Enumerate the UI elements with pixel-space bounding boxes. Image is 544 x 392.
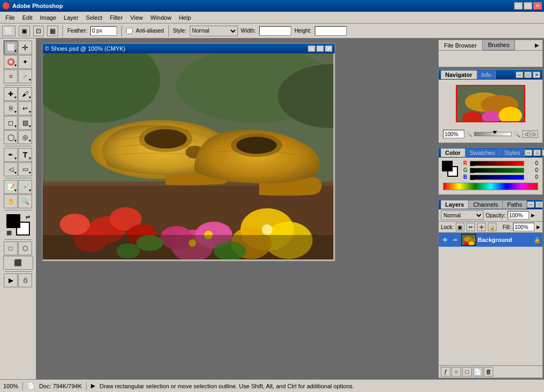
tool-options-btn2[interactable]: ▣ bbox=[19, 26, 30, 36]
style-select[interactable]: Normal Fixed Ratio Fixed Size bbox=[190, 26, 238, 36]
styles-tab[interactable]: Styles bbox=[500, 148, 525, 157]
notes-tool[interactable]: 📝 ▾ bbox=[4, 180, 18, 194]
swap-colors-icon[interactable]: ⇄ bbox=[26, 214, 30, 220]
width-input[interactable] bbox=[259, 26, 291, 36]
default-colors-icon[interactable]: ⬛ bbox=[6, 231, 12, 236]
lock-all-btn[interactable]: 🔒 bbox=[488, 223, 496, 231]
g-slider[interactable] bbox=[470, 168, 524, 173]
color-maximize-btn[interactable]: □ bbox=[533, 150, 541, 156]
hand-tool[interactable]: ✋ bbox=[4, 194, 18, 208]
panel-menu-icon[interactable]: ▶ bbox=[532, 41, 542, 50]
nav-scroll-left[interactable]: ◁ bbox=[522, 130, 530, 138]
paths-tab[interactable]: Paths bbox=[503, 200, 527, 209]
color-tab[interactable]: Color bbox=[441, 148, 465, 157]
menu-layer[interactable]: Layer bbox=[60, 13, 82, 22]
opacity-arrow[interactable]: ▶ bbox=[531, 213, 535, 218]
lasso-tool[interactable]: ⭕ ▾ bbox=[4, 55, 18, 69]
nav-minimize-btn[interactable]: ─ bbox=[516, 72, 523, 78]
menu-help[interactable]: Help bbox=[176, 13, 195, 22]
color-spectrum[interactable] bbox=[443, 183, 538, 190]
opacity-input[interactable] bbox=[508, 211, 529, 219]
screen-mode-btn1[interactable]: ⬛ bbox=[3, 256, 33, 270]
doc-close-button[interactable]: ✕ bbox=[325, 45, 332, 52]
slice-tool[interactable]: ⟋ ▾ bbox=[18, 69, 32, 83]
lock-position-btn[interactable]: ✛ bbox=[477, 223, 486, 231]
lock-image-btn[interactable]: ✏ bbox=[467, 223, 475, 231]
new-group-btn[interactable]: □ bbox=[462, 367, 472, 377]
eyedropper-tool[interactable]: 💉 ▾ bbox=[18, 180, 32, 194]
doc-maximize-button[interactable]: □ bbox=[316, 45, 324, 52]
menu-filter[interactable]: Filter bbox=[106, 13, 126, 22]
menu-view[interactable]: View bbox=[127, 13, 146, 22]
image-ready-btn[interactable]: ▶ bbox=[4, 273, 18, 287]
menu-image[interactable]: Image bbox=[37, 13, 60, 22]
menu-file[interactable]: File bbox=[2, 13, 18, 22]
file-browser-tab[interactable]: File Browser bbox=[439, 41, 483, 50]
channels-tab[interactable]: Channels bbox=[469, 200, 502, 209]
color-fg-swatch[interactable] bbox=[442, 161, 453, 171]
layers-minimize-btn[interactable]: ─ bbox=[527, 201, 534, 208]
b-slider[interactable] bbox=[470, 175, 524, 180]
heal-tool[interactable]: ✚ ▾ bbox=[4, 87, 18, 101]
palette-btn[interactable]: ⎙ bbox=[18, 273, 32, 287]
zoom-input[interactable] bbox=[443, 130, 464, 138]
swatches-tab[interactable]: Swatches bbox=[465, 148, 500, 157]
menu-edit[interactable]: Edit bbox=[19, 13, 36, 22]
marquee-tool[interactable]: ⬜ ▾ bbox=[4, 41, 18, 54]
tool-options-btn4[interactable]: ▦ bbox=[47, 26, 58, 36]
nav-close-btn[interactable]: ✕ bbox=[533, 72, 540, 78]
selection-tool[interactable]: ◁ ▾ bbox=[4, 162, 18, 176]
shape-tool[interactable]: ▭ ▾ bbox=[18, 162, 32, 176]
layer-edit-icon[interactable]: ✏ bbox=[451, 236, 460, 244]
layers-tab[interactable]: Layers bbox=[441, 200, 469, 209]
minimize-button[interactable]: ─ bbox=[514, 2, 523, 10]
layer-visibility-icon[interactable]: 👁 bbox=[441, 236, 449, 244]
move-tool[interactable]: ✛ bbox=[18, 41, 32, 54]
fill-arrow[interactable]: ▶ bbox=[537, 224, 540, 230]
foreground-color-box[interactable] bbox=[6, 214, 20, 228]
standard-mode[interactable]: □ bbox=[4, 241, 18, 255]
color-close-btn[interactable]: ✕ bbox=[542, 150, 544, 156]
crop-tool[interactable]: ⌗ bbox=[4, 69, 18, 83]
tool-options-btn3[interactable]: ⊡ bbox=[33, 26, 44, 36]
type-tool[interactable]: T ▾ bbox=[18, 148, 32, 162]
fill-input[interactable] bbox=[513, 223, 534, 231]
pen-tool[interactable]: ✒ ▾ bbox=[4, 148, 18, 162]
add-mask-btn[interactable]: ○ bbox=[452, 367, 461, 377]
add-style-btn[interactable]: ƒ bbox=[441, 367, 450, 377]
delete-layer-btn[interactable]: 🗑 bbox=[484, 367, 493, 377]
info-tab[interactable]: Info bbox=[477, 70, 496, 79]
eraser-tool[interactable]: ◻ ▾ bbox=[4, 116, 18, 130]
status-arrow-icon[interactable]: ▶ bbox=[91, 382, 95, 389]
blend-mode-select[interactable]: Normal Multiply Screen bbox=[441, 210, 484, 220]
tool-options-btn1[interactable]: ⬜ bbox=[2, 26, 15, 36]
wand-tool[interactable]: ✦ bbox=[18, 55, 32, 69]
height-input[interactable] bbox=[315, 26, 347, 36]
color-minimize-btn[interactable]: ─ bbox=[525, 150, 532, 156]
nav-scroll-right[interactable]: ▷ bbox=[531, 130, 538, 138]
maximize-button[interactable]: □ bbox=[524, 2, 532, 10]
feather-input[interactable] bbox=[90, 26, 117, 36]
menu-window[interactable]: Window bbox=[147, 13, 175, 22]
lock-transparent-btn[interactable]: ▣ bbox=[456, 223, 464, 231]
r-slider[interactable] bbox=[470, 161, 524, 166]
gradient-tool[interactable]: ▨ ▾ bbox=[18, 116, 32, 130]
brushes-tab[interactable]: Brushes bbox=[483, 40, 515, 50]
zoom-tool[interactable]: 🔍 bbox=[18, 194, 32, 208]
history-tool[interactable]: ↩ ▾ bbox=[18, 101, 32, 115]
stamp-tool[interactable]: ⎘ ▾ bbox=[4, 101, 18, 115]
new-layer-btn[interactable]: 📄 bbox=[473, 367, 483, 377]
background-layer-row[interactable]: 👁 ✏ Background 🔒 bbox=[439, 233, 542, 247]
menu-select[interactable]: Select bbox=[83, 13, 106, 22]
close-button[interactable]: ✕ bbox=[533, 2, 542, 10]
layers-maximize-btn[interactable]: □ bbox=[535, 201, 543, 208]
dodge-tool[interactable]: ◯ ▾ bbox=[4, 130, 18, 144]
anti-alias-checkbox[interactable] bbox=[126, 28, 133, 34]
navigator-tab[interactable]: Navigator bbox=[441, 70, 477, 79]
brush-tool[interactable]: 🖌 ▾ bbox=[18, 87, 32, 101]
layer-lock-icon: 🔒 bbox=[534, 237, 540, 243]
blur-tool[interactable]: ◎ ▾ bbox=[18, 130, 32, 144]
quick-mask-mode[interactable]: ⬡ bbox=[18, 241, 32, 255]
doc-minimize-button[interactable]: ─ bbox=[308, 45, 315, 52]
nav-maximize-btn[interactable]: □ bbox=[524, 72, 532, 78]
